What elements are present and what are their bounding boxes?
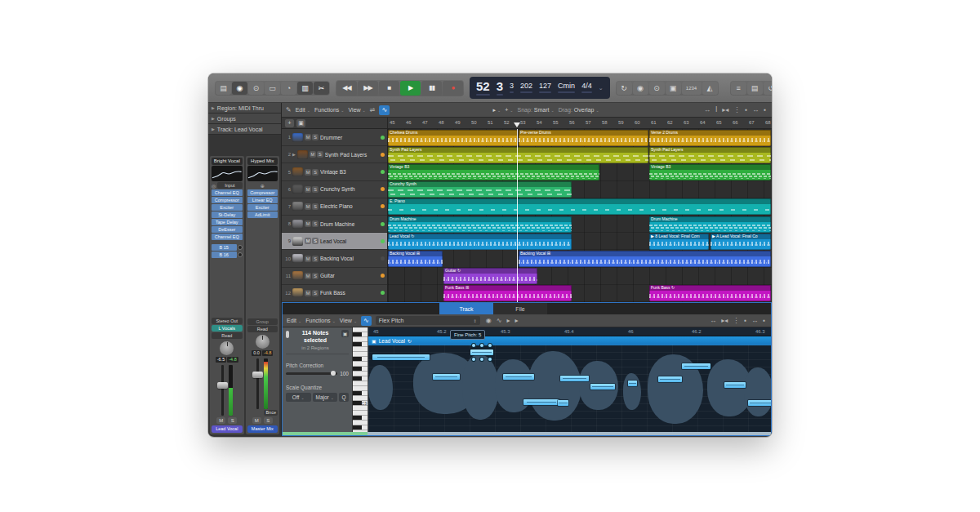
eq-display[interactable] — [247, 166, 278, 181]
note-hotspot[interactable] — [472, 344, 475, 347]
peak-value[interactable]: -4.8 — [227, 357, 238, 363]
lcd-display[interactable]: 52 3 3 202 127 Cmin 4/4 ⌄ — [470, 77, 610, 99]
flex-pitch-area[interactable]: 4545.245.345.44646.246.3 ▣ Lead Vocal ↻ … — [368, 327, 771, 432]
region-lead-vocal-final-com[interactable]: ▶ 8 Lead Vocal: Final Com — [649, 234, 709, 250]
region-note-toggle-button[interactable]: ▣ — [341, 330, 349, 337]
inspector-icon[interactable]: ◉ — [232, 82, 247, 95]
plugin-slot-channel-eq[interactable]: Channel EQ — [212, 234, 243, 240]
eq-display[interactable] — [212, 166, 243, 181]
track-solo-button[interactable]: S — [312, 238, 318, 244]
fader-cap[interactable] — [217, 382, 228, 389]
scale-type-dropdown[interactable]: Major⌄ — [313, 393, 338, 402]
track-header-funk-bass[interactable]: 12MSFunk Bass — [282, 285, 387, 302]
region-vintage-b3[interactable]: Vintage B3 — [649, 164, 771, 180]
track-solo-button[interactable]: S — [312, 290, 318, 296]
track-stack-button[interactable]: ▣ — [296, 119, 305, 127]
lock-icon[interactable]: ▪ — [745, 106, 747, 114]
pitch-note[interactable] — [523, 399, 559, 405]
scale-root-dropdown[interactable]: Off⌄ — [286, 393, 311, 402]
track-header-drummer[interactable]: 1MSDrummer — [282, 129, 387, 146]
pitch-note[interactable] — [433, 374, 460, 380]
track-solo-button[interactable]: S — [312, 220, 318, 227]
flex-mode-button[interactable]: ∿ — [379, 105, 390, 115]
more-icon[interactable]: ⋮ — [733, 106, 740, 114]
editor-hzoom-icon[interactable]: ↔ — [751, 317, 758, 324]
track-mute-button[interactable]: M — [305, 203, 311, 210]
toolbar-toggle-icon[interactable]: ▭ — [265, 82, 280, 95]
volume-fader[interactable] — [221, 365, 224, 416]
edit-menu[interactable]: Edit⌄ — [296, 107, 310, 113]
region-backing-vocal[interactable]: Backing Vocal ⊞ — [388, 251, 443, 267]
editor-scrollbar[interactable] — [283, 432, 771, 435]
pointer-tool-icon[interactable]: ▸ — [506, 317, 510, 324]
collapse-icon[interactable]: ▸◂ — [722, 106, 728, 114]
slider-knob[interactable] — [331, 371, 336, 376]
editors-icon[interactable]: ✂ — [314, 82, 329, 95]
editor-zoom-thumb[interactable] — [283, 432, 368, 435]
waveform-zoom-icon[interactable]: ↔ — [704, 106, 710, 114]
tab-file[interactable]: File — [493, 303, 547, 314]
mute-button[interactable]: M — [252, 417, 261, 424]
pitch-correction-value[interactable]: 100 — [340, 371, 349, 376]
editor-functions-menu[interactable]: Functions⌄ — [305, 318, 336, 323]
note-hotspot[interactable] — [472, 358, 475, 361]
region-funk-bass[interactable]: Funk Bass ↻ — [649, 285, 771, 301]
track-header-drum-machine[interactable]: 8MSDrum Machine — [282, 216, 387, 233]
vertical-zoom-icon[interactable]: Ⅰ — [715, 106, 717, 114]
note-pads-icon[interactable]: ▤ — [747, 82, 763, 95]
mixer-icon[interactable]: ▥ — [297, 82, 313, 95]
region-crunchy-synth[interactable]: Crunchy Synth — [388, 181, 572, 198]
editor-scroll-track[interactable] — [368, 432, 771, 435]
mute-button[interactable]: M — [216, 417, 225, 424]
lcd-bar[interactable]: 52 — [476, 80, 490, 96]
stop-button[interactable]: ■ — [379, 81, 399, 96]
replace-icon[interactable]: ⊙ — [649, 82, 665, 95]
editor-view-menu[interactable]: View⌄ — [340, 318, 357, 323]
track-header-backing-vocal[interactable]: 10MSBacking Vocal — [282, 250, 387, 267]
plugin-slot-compressor[interactable]: Compressor — [212, 197, 243, 203]
quantize-button[interactable]: Q — [339, 393, 349, 402]
send-knob[interactable] — [238, 245, 243, 250]
lcd-chevron-icon[interactable]: ⌄ — [599, 85, 604, 91]
rewind-button[interactable]: ◀◀ — [336, 81, 357, 96]
output-slot[interactable]: Stereo Out — [212, 318, 243, 324]
region-lanes[interactable]: Chelsea DrumsPre-verse DrumsVerse 2 Drum… — [388, 129, 772, 302]
pitch-correction-slider[interactable] — [286, 372, 337, 375]
region-verse-2-drums[interactable]: Verse 2 Drums — [649, 130, 771, 146]
smart-controls-icon[interactable]: ◔ — [281, 82, 296, 95]
metronome-icon[interactable]: ◭ — [702, 82, 718, 95]
plugin-slot-adlimit[interactable]: AdLimit — [247, 211, 278, 218]
note-hotspot[interactable] — [480, 358, 483, 361]
bounce-button[interactable]: Bnce — [264, 410, 278, 416]
track-header-crunchy-synth[interactable]: 6MSCrunchy Synth — [282, 181, 387, 198]
region-drum-machine[interactable]: Drum Machine — [388, 216, 572, 233]
track-header-vintage-b3[interactable]: 5MSVintage B3 — [282, 163, 387, 180]
strip-name-lead-vocal[interactable]: Lead Vocal — [212, 425, 243, 433]
note-display[interactable] — [368, 345, 771, 432]
disclosure-triangle-icon[interactable]: ▶ — [212, 105, 215, 110]
command-tool-selector[interactable]: +⌄ — [505, 107, 513, 113]
region-drum-machine[interactable]: Drum Machine — [649, 216, 771, 233]
white-key[interactable] — [353, 430, 368, 432]
volume-value[interactable]: 0.0 — [252, 350, 261, 356]
track-solo-button[interactable]: S — [312, 256, 318, 262]
hzoom-icon[interactable]: ↔ — [752, 106, 759, 114]
track-solo-button[interactable]: S — [312, 186, 318, 193]
pitch-note[interactable] — [682, 363, 710, 369]
audition-icon[interactable]: ◉ — [486, 317, 492, 324]
pitch-note[interactable] — [658, 376, 682, 382]
plugin-slot-channel-eq[interactable]: Channel EQ — [212, 189, 243, 196]
lcd-tempo[interactable]: 127 — [539, 82, 551, 93]
groups-inspector-header[interactable]: ▶ Groups — [208, 114, 281, 124]
piano-keyboard[interactable]: C3 — [353, 327, 368, 432]
plugin-slot-exciter[interactable]: Exciter — [247, 204, 278, 211]
pitch-note[interactable] — [503, 374, 534, 380]
track-solo-button[interactable]: S — [317, 151, 323, 158]
editor-collapse-icon[interactable]: ▸◂ — [721, 317, 728, 324]
region-vintage-b3[interactable]: Vintage B3 — [388, 164, 599, 180]
snap-selector[interactable]: Snap: Smart ⌄ — [518, 107, 555, 113]
play-button[interactable]: ▶ — [400, 81, 421, 96]
editor-lock2-icon[interactable]: ▪ — [763, 317, 765, 324]
playhead-line[interactable] — [517, 129, 518, 302]
pan-knob[interactable] — [256, 335, 270, 349]
